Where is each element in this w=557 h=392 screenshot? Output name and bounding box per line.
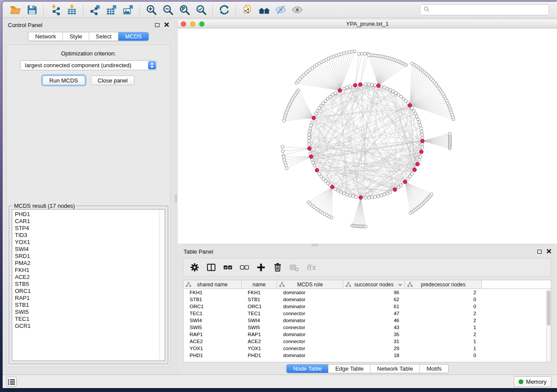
mcds-result-item[interactable]: ORC1 <box>15 288 165 295</box>
zoom-in-button[interactable] <box>143 3 159 16</box>
close-panel-button[interactable]: Close panel <box>91 76 135 85</box>
tab-network[interactable]: Network <box>28 32 63 41</box>
task-history-button[interactable] <box>6 377 17 387</box>
mcds-list-scrollbar[interactable] <box>159 210 165 361</box>
mcds-result-item[interactable]: SWI4 <box>15 246 165 253</box>
zoom-in-icon <box>145 4 157 16</box>
table-cell: RAP1 <box>183 331 242 338</box>
search-input[interactable] <box>432 7 545 13</box>
table-row[interactable]: PHD1PHD1dominator180 <box>183 352 551 359</box>
table-cell: STB1 <box>183 296 242 303</box>
maximize-window-icon[interactable] <box>199 21 204 27</box>
table-row[interactable]: STB1STB1dominator620 <box>183 296 551 303</box>
table-tabs: Node TableEdge TableNetwork TableMotifs <box>178 364 557 373</box>
table-body: FKH1FKH1dominator962STB1STB1dominator620… <box>183 289 551 359</box>
panel-divider-vertical[interactable] <box>174 18 178 375</box>
close-panel-icon[interactable] <box>164 22 169 28</box>
zoom-selected-button[interactable] <box>193 3 209 16</box>
mcds-result-item[interactable]: ACE2 <box>15 274 165 281</box>
mcds-result-item[interactable]: STP4 <box>15 225 165 232</box>
float-panel-icon[interactable] <box>155 23 159 27</box>
memory-button[interactable]: Memory <box>514 376 551 387</box>
tab-mcds[interactable]: MCDS <box>118 32 148 41</box>
search-box[interactable] <box>420 4 549 15</box>
table-scrollbar[interactable] <box>546 289 551 362</box>
tab-style[interactable]: Style <box>63 32 89 41</box>
first-neighbors-button[interactable] <box>256 3 272 16</box>
optimization-criterion-select[interactable]: largest connected component (undirected) <box>20 60 157 70</box>
zoom-out-button[interactable] <box>159 3 176 16</box>
table-row[interactable]: ORC1ORC1dominator610 <box>183 303 551 310</box>
open-button[interactable] <box>7 3 24 16</box>
table-cell: SWI4 <box>242 317 277 324</box>
mcds-result-item[interactable]: PMA2 <box>15 260 165 267</box>
export-table-button[interactable] <box>103 3 120 16</box>
tab-select[interactable]: Select <box>89 32 118 41</box>
network-window-title: YPA_prune.txt_1 <box>346 21 388 27</box>
add-row-button[interactable] <box>255 261 266 274</box>
search-icon <box>424 6 429 14</box>
mcds-result-item[interactable]: PHD1 <box>15 211 165 218</box>
close-panel-icon[interactable] <box>547 248 551 255</box>
divider-handle[interactable] <box>175 195 177 202</box>
settings-button[interactable] <box>189 261 200 274</box>
select-all-button[interactable] <box>222 261 233 274</box>
refresh-button[interactable] <box>216 3 232 16</box>
column-header-name[interactable]: name <box>242 280 277 289</box>
import-table-button[interactable] <box>63 3 80 16</box>
table-row[interactable]: SWI5SWI5connector431 <box>183 324 551 331</box>
float-panel-icon[interactable] <box>537 250 542 254</box>
tab-node-table[interactable]: Node Table <box>287 364 329 373</box>
clone-network-button[interactable] <box>239 3 256 16</box>
scrollbar-thumb[interactable] <box>547 291 550 326</box>
mcds-result-item[interactable]: SRD1 <box>15 253 165 260</box>
mcds-result-item[interactable]: STB1 <box>15 302 165 309</box>
save-button[interactable] <box>24 3 40 16</box>
tab-network-table[interactable]: Network Table <box>370 364 420 373</box>
close-window-icon[interactable] <box>181 21 186 27</box>
mcds-result-item[interactable]: YOX1 <box>15 239 165 246</box>
tab-edge-table[interactable]: Edge Table <box>329 364 370 373</box>
divider-handle[interactable] <box>311 244 318 246</box>
export-image-button[interactable] <box>120 3 136 16</box>
mcds-result-item[interactable]: SWI5 <box>15 309 165 316</box>
select-stepper-icon <box>148 61 156 69</box>
mcds-result-item[interactable]: TEC1 <box>15 316 165 323</box>
mcds-result-item[interactable]: TID3 <box>15 232 165 239</box>
columns-button[interactable] <box>205 261 217 274</box>
mcds-result-item[interactable]: CAR1 <box>15 218 165 225</box>
delete-row-button[interactable] <box>272 261 283 274</box>
table-toolbar: f(x) <box>183 258 551 276</box>
table-cell: ORC1 <box>183 303 242 310</box>
zoom-fit-button[interactable] <box>176 3 193 16</box>
table-row[interactable]: ACE2ACE2connector311 <box>183 338 551 345</box>
add-row-icon <box>256 262 266 272</box>
export-network-button[interactable] <box>86 3 103 16</box>
table-cell: PHD1 <box>242 352 277 359</box>
table-row[interactable]: YOX1YOX1connector291 <box>183 345 551 352</box>
table-cell: 29 <box>343 345 405 352</box>
table-row[interactable]: SWI4SWI4dominator462 <box>183 317 551 324</box>
panel-divider-horizontal[interactable] <box>178 244 557 247</box>
mcds-result-group: MCDS result (17 nodes) PHD1CAR1STP4TID3Y… <box>9 203 168 364</box>
mcds-result-item[interactable]: STB5 <box>15 281 165 288</box>
deselect-all-button[interactable] <box>239 261 250 274</box>
column-header-successor-nodes[interactable]: successor nodes <box>343 280 405 289</box>
import-network-button[interactable] <box>47 3 63 16</box>
tab-motifs[interactable]: Motifs <box>420 364 448 373</box>
column-header-MCDS-role[interactable]: MCDS role <box>277 280 343 289</box>
show-all-button[interactable] <box>289 3 305 16</box>
run-mcds-button[interactable]: Run MCDS <box>42 76 85 85</box>
table-row[interactable]: FKH1FKH1dominator962 <box>183 289 551 296</box>
mcds-result-item[interactable]: RAP1 <box>15 295 165 302</box>
network-canvas[interactable] <box>178 28 557 244</box>
table-row[interactable]: TEC1TEC1connector472 <box>183 310 551 317</box>
settings-icon <box>190 262 200 272</box>
mcds-result-item[interactable]: GCR1 <box>15 323 165 330</box>
minimize-window-icon[interactable] <box>190 21 195 27</box>
column-header-shared-name[interactable]: shared name <box>183 280 242 289</box>
table-row[interactable]: RAP1RAP1dominator352 <box>183 331 551 338</box>
column-header-predecessor-nodes[interactable]: predecessor nodes <box>405 280 482 289</box>
hide-selected-button[interactable] <box>272 3 289 16</box>
mcds-result-item[interactable]: FKH1 <box>15 267 165 274</box>
